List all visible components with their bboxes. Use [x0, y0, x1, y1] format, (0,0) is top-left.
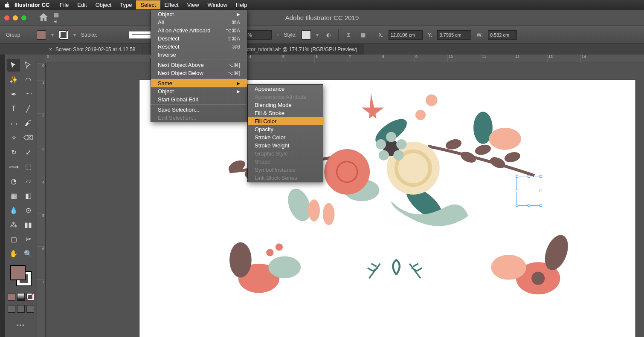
- blend-tool[interactable]: ⊙: [22, 204, 35, 216]
- close-window-icon[interactable]: [4, 15, 9, 20]
- same-item-opacity[interactable]: Opacity: [248, 125, 323, 133]
- svg-point-26: [376, 139, 386, 150]
- color-mode-icon[interactable]: [8, 293, 15, 301]
- select-item-start-global-edit[interactable]: Start Global Edit: [151, 95, 247, 104]
- stroke-swatch[interactable]: [59, 30, 68, 40]
- select-item-deselect[interactable]: Deselect⇧⌘A: [151, 35, 247, 43]
- y-input[interactable]: [437, 30, 471, 40]
- tab-vector-tutorial[interactable]: × vector_tutorial.ai* @ 174.71% (RGB/GPU…: [229, 44, 364, 55]
- gradient-tool[interactable]: ◧: [22, 189, 35, 202]
- tab-screenshot[interactable]: × Screen Shot 2019-02-05 at 4.12.58: [43, 44, 142, 55]
- select-item-same[interactable]: Same▶: [151, 79, 247, 87]
- resize-handle[interactable]: [540, 190, 542, 192]
- same-item-appearance[interactable]: Appearance: [248, 85, 323, 93]
- menu-edit[interactable]: Edit: [73, 0, 91, 9]
- select-item-inverse[interactable]: Inverse: [151, 51, 247, 59]
- menu-view[interactable]: View: [183, 0, 203, 9]
- rectangle-tool[interactable]: ▭: [7, 117, 20, 130]
- select-item-object[interactable]: Object▶: [151, 87, 247, 95]
- menu-effect[interactable]: Effect: [160, 0, 183, 9]
- resize-handle[interactable]: [540, 175, 542, 178]
- svg-point-7: [459, 150, 478, 165]
- scale-tool[interactable]: ⤢: [22, 146, 35, 158]
- resize-handle[interactable]: [528, 204, 530, 207]
- symbol-sprayer-tool[interactable]: ⁂: [7, 218, 20, 231]
- w-input[interactable]: [488, 30, 517, 40]
- shaper-tool[interactable]: ✧: [7, 131, 20, 144]
- select-item-all[interactable]: All⌘A: [151, 18, 247, 26]
- hand-tool[interactable]: ✋: [7, 247, 20, 260]
- arrange-documents-icon[interactable]: ▦ ◂: [54, 13, 63, 23]
- select-item-object[interactable]: Object▶: [151, 10, 247, 18]
- select-item-next-object-below[interactable]: Next Object Below⌥⌘[: [151, 69, 247, 77]
- apple-logo-icon: [4, 2, 10, 8]
- fill-swatch[interactable]: [37, 30, 46, 40]
- rotate-tool[interactable]: ↻: [7, 146, 20, 158]
- resize-handle[interactable]: [540, 204, 542, 207]
- menu-file[interactable]: File: [55, 0, 73, 9]
- eyedropper-tool[interactable]: 💧: [7, 204, 20, 216]
- close-tab-icon[interactable]: ×: [49, 46, 52, 52]
- align-icon[interactable]: ⊞: [344, 30, 353, 40]
- canvas[interactable]: 0 1 2 3 4 5 6 7 8 9 10 11 12 13 14 0 1 2…: [37, 55, 644, 337]
- fill-stroke-control[interactable]: [10, 265, 32, 286]
- artboard-tool[interactable]: ▢: [7, 233, 20, 245]
- slice-tool[interactable]: ✂: [22, 233, 35, 245]
- mesh-tool[interactable]: ▦: [7, 189, 20, 202]
- gradient-mode-icon[interactable]: [17, 293, 25, 301]
- x-input[interactable]: [389, 30, 423, 40]
- same-item-stroke-color[interactable]: Stroke Color: [248, 133, 323, 141]
- menu-select[interactable]: Select: [136, 0, 160, 9]
- menu-object[interactable]: Object: [91, 0, 116, 9]
- menu-type[interactable]: Type: [116, 0, 136, 9]
- resize-handle[interactable]: [516, 190, 518, 192]
- resize-handle[interactable]: [528, 175, 530, 178]
- direct-selection-tool[interactable]: [22, 59, 35, 72]
- select-menu-dropdown: Object▶All⌘AAll on Active Artboard⌥⌘ADes…: [151, 10, 247, 122]
- line-tool[interactable]: ╱: [22, 102, 35, 115]
- lasso-tool[interactable]: ◠: [22, 73, 35, 86]
- shape-builder-tool[interactable]: ◔: [7, 175, 20, 187]
- free-transform-tool[interactable]: ⬚: [22, 160, 35, 173]
- home-icon[interactable]: [39, 13, 48, 22]
- minimize-window-icon[interactable]: [13, 15, 18, 20]
- type-tool[interactable]: T: [7, 102, 20, 115]
- same-item-fill-color[interactable]: Fill Color: [248, 117, 323, 125]
- svg-point-27: [308, 199, 320, 222]
- menu-window[interactable]: Window: [203, 0, 232, 9]
- eraser-tool[interactable]: ⌫: [22, 131, 35, 144]
- draw-inside-icon[interactable]: [26, 305, 34, 313]
- svg-point-32: [268, 256, 301, 278]
- same-item-fill-stroke[interactable]: Fill & Stroke: [248, 109, 323, 117]
- curvature-tool[interactable]: 〰: [22, 88, 35, 101]
- edit-toolbar-icon[interactable]: •••: [17, 322, 25, 328]
- paintbrush-tool[interactable]: 🖌: [22, 117, 35, 130]
- menu-help[interactable]: Help: [232, 0, 252, 9]
- select-item-save-selection-[interactable]: Save Selection...: [151, 106, 247, 114]
- select-item-next-object-above[interactable]: Next Object Above⌥⌘]: [151, 61, 247, 69]
- select-item-reselect[interactable]: Reselect⌘6: [151, 43, 247, 51]
- resize-handle[interactable]: [516, 175, 518, 178]
- selection-bounding-box[interactable]: [516, 176, 541, 206]
- recolor-icon[interactable]: ◐: [324, 30, 333, 40]
- resize-handle[interactable]: [516, 204, 518, 207]
- pen-tool[interactable]: ✒: [7, 88, 20, 101]
- zoom-window-icon[interactable]: [21, 15, 26, 20]
- magic-wand-tool[interactable]: ✨: [7, 73, 20, 86]
- same-item-stroke-weight[interactable]: Stroke Weight: [248, 141, 323, 150]
- style-swatch[interactable]: [302, 30, 311, 40]
- none-mode-icon[interactable]: [26, 293, 34, 301]
- svg-point-33: [229, 242, 252, 278]
- fill-color-box[interactable]: [10, 265, 26, 280]
- svg-point-39: [531, 272, 545, 285]
- zoom-tool[interactable]: 🔍: [22, 247, 35, 260]
- perspective-tool[interactable]: ▱: [22, 175, 35, 187]
- width-tool[interactable]: ⟿: [7, 160, 20, 173]
- same-item-blending-mode[interactable]: Blending Mode: [248, 101, 323, 109]
- draw-normal-icon[interactable]: [8, 305, 15, 313]
- column-graph-tool[interactable]: ▮▮: [22, 218, 35, 231]
- selection-tool[interactable]: [7, 59, 20, 72]
- transform-icon[interactable]: ▦: [358, 30, 368, 40]
- draw-behind-icon[interactable]: [17, 305, 25, 313]
- select-item-all-on-active-artboard[interactable]: All on Active Artboard⌥⌘A: [151, 26, 247, 35]
